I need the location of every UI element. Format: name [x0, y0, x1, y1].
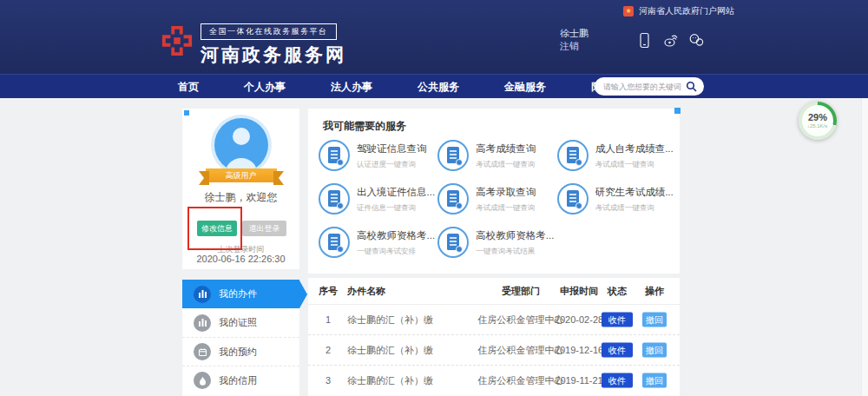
service-item-gaokao-score[interactable]: 高考成绩查询 考试成绩一键查询 — [437, 137, 556, 181]
certificates-icon — [194, 314, 211, 332]
credit-drop-icon — [194, 372, 211, 389]
gov-emblem-icon: ★ — [623, 6, 634, 16]
scrollbar-track[interactable] — [861, 98, 868, 396]
table-row: 2 徐士鹏的汇（补）缴 住房公积金管理中心 2019-12-16 收件 撤回 — [308, 334, 680, 365]
document-info-query-icon — [319, 183, 350, 214]
sidebar-item-label: 我的信用 — [219, 374, 257, 387]
service-item-gaokao-admission[interactable]: 高考录取查询 考试成绩一键查询 — [437, 181, 556, 224]
exam-admission-query-icon — [437, 183, 469, 214]
cell-no: 2 — [315, 345, 341, 355]
wechat-icon[interactable] — [688, 32, 705, 49]
cell-date: 2019-12-16 — [549, 345, 609, 355]
service-desc: 考试成绩一键查询 — [595, 160, 674, 170]
nav-item-finance[interactable]: 金融服务 — [504, 80, 546, 95]
main-nav: 首页 个人办事 法人办事 公共服务 金融服务 阳光政务 — [0, 74, 868, 98]
site-logo[interactable]: 全国一体化在线政务服务平台 河南政务服务网 — [161, 22, 346, 67]
weibo-icon[interactable] — [662, 32, 679, 49]
sidebar-item-label: 我的证照 — [219, 316, 257, 329]
search-icon[interactable] — [686, 81, 697, 92]
download-speed: ↓25.1K/s — [807, 122, 827, 129]
download-percent: 29% — [808, 113, 827, 122]
service-name: 驾驶证信息查询 — [357, 142, 427, 155]
header-username: 徐士鹏 — [560, 27, 589, 40]
service-name: 高考成绩查询 — [476, 142, 536, 155]
service-desc: 考试成绩一键查询 — [476, 160, 536, 170]
search-input[interactable] — [602, 82, 686, 92]
cell-name: 徐士鹏的汇（补）缴 — [347, 344, 433, 357]
col-header-name: 办件名称 — [347, 285, 385, 298]
exam-score-query-icon — [557, 140, 589, 171]
sidebar-menu: 我的办件 我的证照 我的预约 我的信用 — [182, 280, 299, 396]
service-desc: 认证进度一键查询 — [357, 160, 427, 170]
gov-portal-link[interactable]: ★ 河南省人民政府门户网站 — [623, 5, 734, 17]
download-progress-inner: 29% ↓25.1K/s — [802, 105, 833, 136]
corner-accent — [184, 110, 189, 116]
exam-score-query-icon — [437, 140, 469, 171]
table-row: 3 徐士鹏的汇（补）缴 住房公积金管理中心 2019-11-21 收件 撤回 — [308, 365, 680, 395]
service-desc: 考试成绩一键查询 — [476, 203, 536, 214]
col-header-no: 序号 — [315, 285, 341, 298]
status-badge[interactable]: 收件 — [602, 343, 633, 358]
service-name: 成人自考成绩查... — [595, 142, 674, 155]
cell-date: 2019-11-21 — [549, 375, 609, 386]
service-desc: 一键查询考试结果 — [476, 247, 554, 257]
service-grid: 驾驶证信息查询 认证进度一键查询 高考成绩查询 考试成绩一键查询 成人自考成绩查… — [319, 137, 676, 272]
logout-button[interactable]: 退出登录 — [242, 221, 286, 236]
teacher-qualification-icon — [319, 227, 350, 258]
sidebar-item-my-credit[interactable]: 我的信用 — [182, 366, 299, 394]
cases-icon — [194, 286, 211, 303]
avatar — [214, 118, 268, 172]
header-logout-link[interactable]: 注销 — [560, 40, 589, 53]
search-box — [595, 77, 704, 96]
table-row: 1 徐士鹏的汇（补）缴 住房公积金管理中心 2020-02-28 收件 撤回 — [308, 305, 680, 334]
col-header-action: 操作 — [642, 285, 667, 298]
service-name: 高校教师资格考... — [357, 229, 435, 242]
status-badge[interactable]: 收件 — [602, 373, 633, 388]
download-progress-widget[interactable]: 29% ↓25.1K/s — [799, 102, 837, 140]
sidebar-item-my-appointments[interactable]: 我的预约 — [182, 337, 299, 366]
last-login-time: 2020-06-16 22:26:30 — [182, 254, 299, 264]
corner-accent — [674, 108, 681, 114]
calendar-icon — [194, 343, 211, 360]
service-item-driver-license[interactable]: 驾驶证信息查询 认证进度一键查询 — [319, 137, 437, 181]
welcome-text: 徐士鹏，欢迎您 — [182, 190, 299, 205]
platform-label: 全国一体化在线政务服务平台 — [201, 23, 337, 40]
service-item-graduate-exam[interactable]: 研究生考试成绩... 考试成绩一键查询 — [557, 181, 676, 224]
services-title: 我可能需要的服务 — [323, 119, 406, 134]
service-name: 高考录取查询 — [476, 186, 536, 199]
service-desc: 证件信息一键查询 — [357, 203, 435, 214]
user-block: 徐士鹏 注销 — [560, 27, 589, 53]
cell-no: 3 — [315, 375, 341, 386]
status-badge[interactable]: 收件 — [602, 313, 633, 327]
service-item-adult-selfexam[interactable]: 成人自考成绩查... 考试成绩一键查询 — [557, 137, 676, 181]
col-header-date: 申报时间 — [549, 285, 609, 298]
services-card: 我可能需要的服务 驾驶证信息查询 认证进度一键查询 高考成绩查询 考试成绩一键查… — [308, 109, 680, 274]
header-social-icons — [636, 32, 705, 49]
nav-item-public[interactable]: 公共服务 — [418, 80, 459, 95]
nav-item-legal[interactable]: 法人办事 — [331, 80, 372, 95]
user-level-badge: 高级用户 — [206, 168, 277, 182]
sidebar-item-label: 我的办件 — [219, 287, 257, 300]
cell-name: 徐士鹏的汇（补）缴 — [347, 374, 433, 387]
mobile-icon[interactable] — [636, 32, 653, 49]
cases-table: 序号 办件名称 受理部门 申报时间 状态 操作 1 徐士鹏的汇（补）缴 住房公积… — [308, 278, 680, 396]
withdraw-button[interactable]: 撤回 — [642, 373, 667, 388]
cell-no: 1 — [315, 314, 341, 325]
nav-item-home[interactable]: 首页 — [178, 80, 199, 95]
site-header: 全国一体化在线政务服务平台 河南政务服务网 ★ 河南省人民政府门户网站 徐士鹏 … — [0, 0, 868, 74]
service-item-teacher-qual-result[interactable]: 高校教师资格考... 一键查询考试结果 — [437, 224, 556, 267]
service-name: 出入境证件信息... — [357, 186, 435, 199]
page: 全国一体化在线政务服务平台 河南政务服务网 ★ 河南省人民政府门户网站 徐士鹏 … — [0, 0, 868, 396]
service-item-entry-exit-doc[interactable]: 出入境证件信息... 证件信息一键查询 — [319, 181, 437, 224]
teacher-qualification-icon — [437, 227, 469, 258]
service-desc: 考试成绩一键查询 — [595, 203, 674, 214]
sidebar-item-my-certificates[interactable]: 我的证照 — [182, 308, 299, 337]
withdraw-button[interactable]: 撤回 — [642, 343, 667, 358]
sidebar-item-label: 我的预约 — [219, 346, 257, 359]
service-item-teacher-qual-schedule[interactable]: 高校教师资格考... 一键查询考试安排 — [319, 224, 437, 267]
sidebar-item-my-cases[interactable]: 我的办件 — [182, 280, 299, 308]
withdraw-button[interactable]: 撤回 — [642, 313, 667, 327]
table-header-row: 序号 办件名称 受理部门 申报时间 状态 操作 — [308, 278, 680, 305]
cell-date: 2020-02-28 — [549, 314, 609, 325]
nav-item-personal[interactable]: 个人办事 — [244, 80, 286, 95]
